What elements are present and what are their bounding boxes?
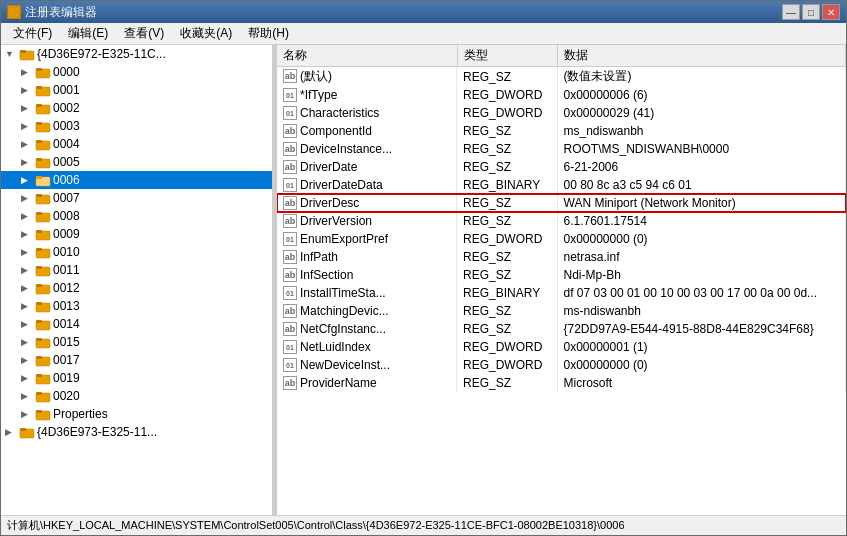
ab-icon: ab: [283, 268, 297, 282]
tree-item-0011[interactable]: ▶ 0011: [1, 261, 272, 279]
expand-icon: ▶: [21, 85, 35, 95]
entry-type: REG_DWORD: [457, 230, 557, 248]
folder-icon: [35, 353, 51, 367]
menu-edit[interactable]: 编辑(E): [60, 23, 116, 44]
folder-icon: [19, 47, 35, 61]
entry-type: REG_SZ: [457, 67, 557, 87]
menu-bar: 文件(F) 编辑(E) 查看(V) 收藏夹(A) 帮助(H): [1, 23, 846, 45]
tree-label: {4D36E972-E325-11C...: [37, 47, 166, 61]
table-row[interactable]: 01EnumExportPrefREG_DWORD0x00000000 (0): [277, 230, 846, 248]
folder-icon: [35, 389, 51, 403]
tree-item-parent[interactable]: ▼ {4D36E972-E325-11C...: [1, 45, 272, 63]
tree-item-parent2[interactable]: ▶ {4D36E973-E325-11...: [1, 423, 272, 441]
entry-type: REG_SZ: [457, 212, 557, 230]
tree-item-0019[interactable]: ▶ 0019: [1, 369, 272, 387]
tree-pane[interactable]: ▼ {4D36E972-E325-11C...▶ 0000▶ 0001▶ 000…: [1, 45, 273, 515]
table-row[interactable]: abInfPathREG_SZnetrasa.inf: [277, 248, 846, 266]
table-row[interactable]: ab(默认)REG_SZ(数值未设置): [277, 67, 846, 87]
entry-name: DriverDateData: [300, 178, 383, 192]
close-button[interactable]: ✕: [822, 4, 840, 20]
app-icon: [7, 5, 21, 19]
tree-item-0003[interactable]: ▶ 0003: [1, 117, 272, 135]
table-row[interactable]: abProviderNameREG_SZMicrosoft: [277, 374, 846, 392]
svg-rect-1: [15, 7, 19, 11]
tree-label: 0020: [53, 389, 80, 403]
tree-item-0002[interactable]: ▶ 0002: [1, 99, 272, 117]
table-row[interactable]: abNetCfgInstanc...REG_SZ{72DD97A9-E544-4…: [277, 320, 846, 338]
ab-icon: ab: [283, 160, 297, 174]
svg-rect-5: [20, 50, 26, 53]
table-row[interactable]: abDriverDescREG_SZWAN Miniport (Network …: [277, 194, 846, 212]
entry-name: ComponentId: [300, 124, 372, 138]
entry-type: REG_SZ: [457, 374, 557, 392]
minimize-button[interactable]: —: [782, 4, 800, 20]
tree-item-0020[interactable]: ▶ 0020: [1, 387, 272, 405]
tree-item-0001[interactable]: ▶ 0001: [1, 81, 272, 99]
tree-item-0012[interactable]: ▶ 0012: [1, 279, 272, 297]
values-pane[interactable]: 名称 类型 数据 ab(默认)REG_SZ(数值未设置)01*IfTypeREG…: [277, 45, 846, 515]
svg-rect-27: [36, 248, 42, 251]
entry-name: NewDeviceInst...: [300, 358, 390, 372]
expand-icon: ▶: [21, 121, 35, 131]
expand-icon: ▶: [21, 139, 35, 149]
tree-label: 0004: [53, 137, 80, 151]
entry-type: REG_SZ: [457, 122, 557, 140]
table-row[interactable]: 01NewDeviceInst...REG_DWORD0x00000000 (0…: [277, 356, 846, 374]
tree-item-0006[interactable]: ▶ 0006: [1, 171, 272, 189]
svg-rect-11: [36, 104, 42, 107]
title-bar: 注册表编辑器 — □ ✕: [1, 1, 846, 23]
menu-file[interactable]: 文件(F): [5, 23, 60, 44]
table-row[interactable]: abDeviceInstance...REG_SZROOT\MS_NDISWAN…: [277, 140, 846, 158]
entry-type: REG_DWORD: [457, 338, 557, 356]
entry-data: 0x00000001 (1): [557, 338, 846, 356]
svg-rect-41: [36, 374, 42, 377]
table-row[interactable]: 01InstallTimeSta...REG_BINARYdf 07 03 00…: [277, 284, 846, 302]
folder-icon: [35, 119, 51, 133]
table-row[interactable]: abInfSectionREG_SZNdi-Mp-Bh: [277, 266, 846, 284]
expand-icon: ▶: [21, 247, 35, 257]
expand-icon: ▶: [21, 265, 35, 275]
entry-name: ProviderName: [300, 376, 377, 390]
table-row[interactable]: 01*IfTypeREG_DWORD0x00000006 (6): [277, 86, 846, 104]
menu-favorites[interactable]: 收藏夹(A): [172, 23, 240, 44]
tree-item-0004[interactable]: ▶ 0004: [1, 135, 272, 153]
registry-table: 名称 类型 数据 ab(默认)REG_SZ(数值未设置)01*IfTypeREG…: [277, 45, 846, 392]
table-row[interactable]: abDriverVersionREG_SZ6.1.7601.17514: [277, 212, 846, 230]
tree-item-0010[interactable]: ▶ 0010: [1, 243, 272, 261]
expand-icon: ▶: [21, 373, 35, 383]
tree-item-properties[interactable]: ▶ Properties: [1, 405, 272, 423]
table-row[interactable]: abComponentIdREG_SZms_ndiswanbh: [277, 122, 846, 140]
tree-label: 0005: [53, 155, 80, 169]
folder-icon: [35, 101, 51, 115]
registry-tree: ▼ {4D36E972-E325-11C...▶ 0000▶ 0001▶ 000…: [1, 45, 272, 441]
ab-icon: ab: [283, 69, 297, 83]
tree-item-0000[interactable]: ▶ 0000: [1, 63, 272, 81]
tree-item-0014[interactable]: ▶ 0014: [1, 315, 272, 333]
table-row[interactable]: abDriverDateREG_SZ6-21-2006: [277, 158, 846, 176]
expand-icon: ▼: [5, 49, 19, 59]
expand-icon: ▶: [21, 229, 35, 239]
tree-label: 0006: [53, 173, 80, 187]
svg-rect-31: [36, 284, 42, 287]
status-text: 计算机\HKEY_LOCAL_MACHINE\SYSTEM\ControlSet…: [7, 518, 625, 533]
svg-rect-47: [20, 428, 26, 431]
maximize-button[interactable]: □: [802, 4, 820, 20]
table-row[interactable]: 01DriverDateDataREG_BINARY00 80 8c a3 c5…: [277, 176, 846, 194]
tree-item-0007[interactable]: ▶ 0007: [1, 189, 272, 207]
ab-icon: ab: [283, 196, 297, 210]
entry-name: DriverDate: [300, 160, 357, 174]
tree-item-0017[interactable]: ▶ 0017: [1, 351, 272, 369]
table-row[interactable]: 01CharacteristicsREG_DWORD0x00000029 (41…: [277, 104, 846, 122]
menu-view[interactable]: 查看(V): [116, 23, 172, 44]
folder-icon: [35, 263, 51, 277]
tree-item-0008[interactable]: ▶ 0008: [1, 207, 272, 225]
table-row[interactable]: 01NetLuidIndexREG_DWORD0x00000001 (1): [277, 338, 846, 356]
tree-item-0015[interactable]: ▶ 0015: [1, 333, 272, 351]
entry-name: *IfType: [300, 88, 337, 102]
entry-name: Characteristics: [300, 106, 379, 120]
table-row[interactable]: abMatchingDevic...REG_SZms-ndiswanbh: [277, 302, 846, 320]
tree-item-0013[interactable]: ▶ 0013: [1, 297, 272, 315]
menu-help[interactable]: 帮助(H): [240, 23, 297, 44]
tree-item-0009[interactable]: ▶ 0009: [1, 225, 272, 243]
tree-item-0005[interactable]: ▶ 0005: [1, 153, 272, 171]
